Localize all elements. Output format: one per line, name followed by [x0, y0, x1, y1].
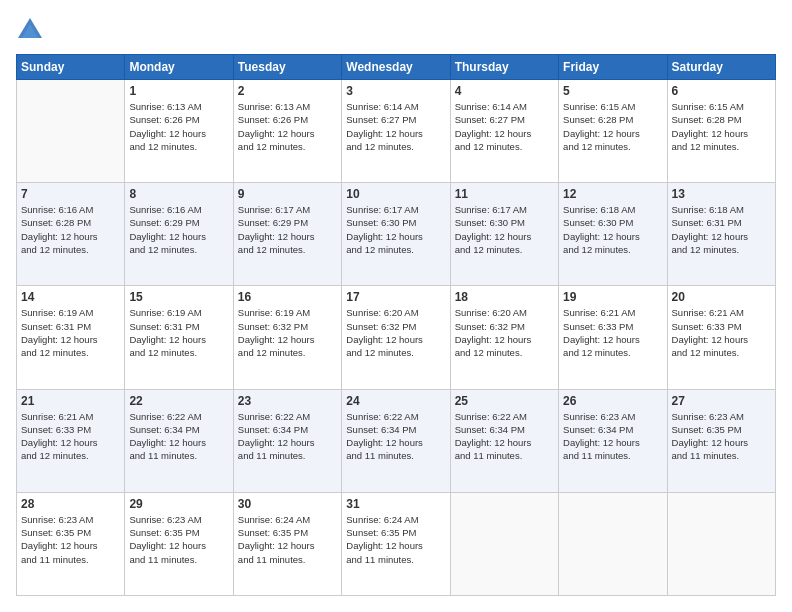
header: [16, 16, 776, 44]
day-number: 30: [238, 497, 337, 511]
calendar-week-row: 14Sunrise: 6:19 AM Sunset: 6:31 PM Dayli…: [17, 286, 776, 389]
calendar-cell: 9Sunrise: 6:17 AM Sunset: 6:29 PM Daylig…: [233, 183, 341, 286]
day-info: Sunrise: 6:22 AM Sunset: 6:34 PM Dayligh…: [455, 410, 554, 463]
calendar-cell: 23Sunrise: 6:22 AM Sunset: 6:34 PM Dayli…: [233, 389, 341, 492]
calendar-cell: 8Sunrise: 6:16 AM Sunset: 6:29 PM Daylig…: [125, 183, 233, 286]
calendar-header-sunday: Sunday: [17, 55, 125, 80]
day-info: Sunrise: 6:16 AM Sunset: 6:28 PM Dayligh…: [21, 203, 120, 256]
day-info: Sunrise: 6:21 AM Sunset: 6:33 PM Dayligh…: [672, 306, 771, 359]
day-number: 1: [129, 84, 228, 98]
calendar-cell: 31Sunrise: 6:24 AM Sunset: 6:35 PM Dayli…: [342, 492, 450, 595]
day-number: 18: [455, 290, 554, 304]
calendar-cell: 20Sunrise: 6:21 AM Sunset: 6:33 PM Dayli…: [667, 286, 775, 389]
day-number: 19: [563, 290, 662, 304]
calendar-cell: 11Sunrise: 6:17 AM Sunset: 6:30 PM Dayli…: [450, 183, 558, 286]
day-info: Sunrise: 6:19 AM Sunset: 6:31 PM Dayligh…: [21, 306, 120, 359]
calendar-table: SundayMondayTuesdayWednesdayThursdayFrid…: [16, 54, 776, 596]
day-number: 7: [21, 187, 120, 201]
calendar-header-tuesday: Tuesday: [233, 55, 341, 80]
logo-icon: [16, 16, 44, 44]
calendar-cell: [559, 492, 667, 595]
calendar-week-row: 7Sunrise: 6:16 AM Sunset: 6:28 PM Daylig…: [17, 183, 776, 286]
calendar-cell: 26Sunrise: 6:23 AM Sunset: 6:34 PM Dayli…: [559, 389, 667, 492]
day-number: 2: [238, 84, 337, 98]
calendar-week-row: 21Sunrise: 6:21 AM Sunset: 6:33 PM Dayli…: [17, 389, 776, 492]
calendar-header-wednesday: Wednesday: [342, 55, 450, 80]
calendar-cell: 14Sunrise: 6:19 AM Sunset: 6:31 PM Dayli…: [17, 286, 125, 389]
day-number: 13: [672, 187, 771, 201]
day-number: 8: [129, 187, 228, 201]
day-info: Sunrise: 6:24 AM Sunset: 6:35 PM Dayligh…: [346, 513, 445, 566]
day-info: Sunrise: 6:20 AM Sunset: 6:32 PM Dayligh…: [346, 306, 445, 359]
day-number: 22: [129, 394, 228, 408]
day-number: 29: [129, 497, 228, 511]
calendar-header-thursday: Thursday: [450, 55, 558, 80]
calendar-cell: 13Sunrise: 6:18 AM Sunset: 6:31 PM Dayli…: [667, 183, 775, 286]
day-number: 11: [455, 187, 554, 201]
day-number: 31: [346, 497, 445, 511]
calendar-header-saturday: Saturday: [667, 55, 775, 80]
day-number: 4: [455, 84, 554, 98]
calendar-week-row: 28Sunrise: 6:23 AM Sunset: 6:35 PM Dayli…: [17, 492, 776, 595]
calendar-cell: 19Sunrise: 6:21 AM Sunset: 6:33 PM Dayli…: [559, 286, 667, 389]
day-number: 20: [672, 290, 771, 304]
day-number: 17: [346, 290, 445, 304]
calendar-cell: 2Sunrise: 6:13 AM Sunset: 6:26 PM Daylig…: [233, 80, 341, 183]
calendar-cell: 25Sunrise: 6:22 AM Sunset: 6:34 PM Dayli…: [450, 389, 558, 492]
day-info: Sunrise: 6:18 AM Sunset: 6:31 PM Dayligh…: [672, 203, 771, 256]
calendar-cell: 24Sunrise: 6:22 AM Sunset: 6:34 PM Dayli…: [342, 389, 450, 492]
calendar-cell: 16Sunrise: 6:19 AM Sunset: 6:32 PM Dayli…: [233, 286, 341, 389]
day-info: Sunrise: 6:22 AM Sunset: 6:34 PM Dayligh…: [238, 410, 337, 463]
day-info: Sunrise: 6:16 AM Sunset: 6:29 PM Dayligh…: [129, 203, 228, 256]
day-number: 3: [346, 84, 445, 98]
calendar-header-row: SundayMondayTuesdayWednesdayThursdayFrid…: [17, 55, 776, 80]
day-info: Sunrise: 6:19 AM Sunset: 6:31 PM Dayligh…: [129, 306, 228, 359]
day-number: 6: [672, 84, 771, 98]
calendar-cell: 3Sunrise: 6:14 AM Sunset: 6:27 PM Daylig…: [342, 80, 450, 183]
day-info: Sunrise: 6:22 AM Sunset: 6:34 PM Dayligh…: [346, 410, 445, 463]
calendar-cell: 4Sunrise: 6:14 AM Sunset: 6:27 PM Daylig…: [450, 80, 558, 183]
logo: [16, 16, 48, 44]
calendar-cell: 7Sunrise: 6:16 AM Sunset: 6:28 PM Daylig…: [17, 183, 125, 286]
calendar-cell: 17Sunrise: 6:20 AM Sunset: 6:32 PM Dayli…: [342, 286, 450, 389]
day-number: 23: [238, 394, 337, 408]
day-info: Sunrise: 6:18 AM Sunset: 6:30 PM Dayligh…: [563, 203, 662, 256]
day-info: Sunrise: 6:14 AM Sunset: 6:27 PM Dayligh…: [455, 100, 554, 153]
day-info: Sunrise: 6:17 AM Sunset: 6:29 PM Dayligh…: [238, 203, 337, 256]
calendar-cell: 1Sunrise: 6:13 AM Sunset: 6:26 PM Daylig…: [125, 80, 233, 183]
day-info: Sunrise: 6:17 AM Sunset: 6:30 PM Dayligh…: [346, 203, 445, 256]
day-info: Sunrise: 6:21 AM Sunset: 6:33 PM Dayligh…: [21, 410, 120, 463]
day-number: 24: [346, 394, 445, 408]
calendar-cell: 6Sunrise: 6:15 AM Sunset: 6:28 PM Daylig…: [667, 80, 775, 183]
day-number: 9: [238, 187, 337, 201]
day-info: Sunrise: 6:23 AM Sunset: 6:35 PM Dayligh…: [129, 513, 228, 566]
day-number: 10: [346, 187, 445, 201]
day-info: Sunrise: 6:19 AM Sunset: 6:32 PM Dayligh…: [238, 306, 337, 359]
day-number: 26: [563, 394, 662, 408]
day-number: 5: [563, 84, 662, 98]
calendar-cell: 22Sunrise: 6:22 AM Sunset: 6:34 PM Dayli…: [125, 389, 233, 492]
calendar-cell: 12Sunrise: 6:18 AM Sunset: 6:30 PM Dayli…: [559, 183, 667, 286]
day-number: 16: [238, 290, 337, 304]
page: SundayMondayTuesdayWednesdayThursdayFrid…: [0, 0, 792, 612]
day-info: Sunrise: 6:24 AM Sunset: 6:35 PM Dayligh…: [238, 513, 337, 566]
calendar-cell: [450, 492, 558, 595]
day-number: 14: [21, 290, 120, 304]
calendar-cell: 28Sunrise: 6:23 AM Sunset: 6:35 PM Dayli…: [17, 492, 125, 595]
day-number: 27: [672, 394, 771, 408]
day-number: 12: [563, 187, 662, 201]
day-info: Sunrise: 6:23 AM Sunset: 6:34 PM Dayligh…: [563, 410, 662, 463]
calendar-cell: 10Sunrise: 6:17 AM Sunset: 6:30 PM Dayli…: [342, 183, 450, 286]
calendar-cell: 30Sunrise: 6:24 AM Sunset: 6:35 PM Dayli…: [233, 492, 341, 595]
calendar-cell: 18Sunrise: 6:20 AM Sunset: 6:32 PM Dayli…: [450, 286, 558, 389]
day-info: Sunrise: 6:15 AM Sunset: 6:28 PM Dayligh…: [563, 100, 662, 153]
day-info: Sunrise: 6:17 AM Sunset: 6:30 PM Dayligh…: [455, 203, 554, 256]
day-info: Sunrise: 6:15 AM Sunset: 6:28 PM Dayligh…: [672, 100, 771, 153]
day-info: Sunrise: 6:21 AM Sunset: 6:33 PM Dayligh…: [563, 306, 662, 359]
calendar-cell: [17, 80, 125, 183]
day-info: Sunrise: 6:20 AM Sunset: 6:32 PM Dayligh…: [455, 306, 554, 359]
calendar-cell: [667, 492, 775, 595]
calendar-cell: 29Sunrise: 6:23 AM Sunset: 6:35 PM Dayli…: [125, 492, 233, 595]
calendar-header-monday: Monday: [125, 55, 233, 80]
calendar-header-friday: Friday: [559, 55, 667, 80]
